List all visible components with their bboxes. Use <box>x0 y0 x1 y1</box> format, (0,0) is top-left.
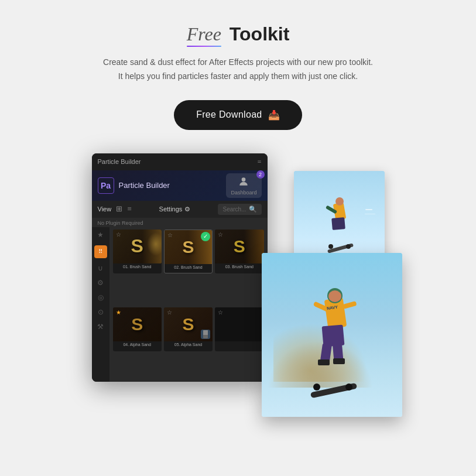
panel-logo-icon: Pa <box>98 177 114 194</box>
grid-item-2-check: ✓ <box>201 232 210 241</box>
grid-item-2[interactable]: S ☆ ✓ 02. Brush Sand <box>164 230 213 273</box>
grid-item-4[interactable]: S ★ 04. Alpha Sand <box>113 307 162 351</box>
panel-menu-icon: ≡ <box>258 157 262 166</box>
panel-toolbar: View ⊞ ≡ Settings ⚙ Search... 🔍 <box>92 201 268 218</box>
download-button[interactable]: Free Download 📥 <box>174 100 302 130</box>
toolbar-left: View ⊞ ≡ <box>98 204 132 214</box>
particle-builder-panel: Particle Builder ≡ Pa Particle Builder 2 <box>92 153 268 382</box>
panel-dashboard-btn[interactable]: 2 Dashboard <box>226 173 261 198</box>
panel-header: Pa Particle Builder 2 Dashboard <box>92 170 268 201</box>
grid-item-3-label: 03. Brush Sand <box>215 263 263 270</box>
grid-view-icon[interactable]: ⊞ <box>116 204 122 214</box>
title-section: Free Toolkit <box>187 23 290 45</box>
screenshot-skater-small <box>294 171 385 262</box>
no-plugin-label: No Plugin Required <box>92 218 268 227</box>
grid-item-5-label: 05. Alpha Sand <box>164 341 213 348</box>
grid-item-4-star[interactable]: ★ <box>116 309 121 316</box>
panel-sidebar-content: ★ ⠿ ∪ ⚙ ◎ ⊙ ⚒ S <box>92 227 268 382</box>
grid-item-1-label: 01. Brush Sand <box>113 263 162 270</box>
sidebar-circle-icon[interactable]: ⊙ <box>98 308 104 317</box>
search-text: Search... <box>222 206 246 213</box>
toolbar-settings[interactable]: Settings ⚙ <box>159 206 191 213</box>
title-bold: Toolkit <box>230 23 290 44</box>
view-label: View <box>98 206 112 213</box>
panel-title-text: Particle Builder <box>98 158 141 165</box>
panel-grid: S ☆ 01. Brush Sand S ☆ <box>109 227 268 382</box>
subtitle: Create sand & dust effect for After Effe… <box>103 56 373 84</box>
sidebar-eye-icon[interactable]: ◎ <box>98 293 104 302</box>
sidebar-star-icon[interactable]: ★ <box>97 231 104 239</box>
grid-item-5[interactable]: S ☆ 05. Alpha Sand <box>164 307 213 351</box>
grid-item-3-star[interactable]: ☆ <box>218 231 223 238</box>
sidebar-particles-icon[interactable]: ⠿ <box>94 245 107 258</box>
panel-logo-area: Pa Particle Builder <box>98 177 170 194</box>
panel-titlebar: Particle Builder ≡ <box>92 153 268 170</box>
grid-item-2-label: 02. Brush Sand <box>165 264 212 270</box>
grid-item-1[interactable]: S ☆ 01. Brush Sand <box>113 230 162 273</box>
download-icon: 📥 <box>268 109 280 121</box>
settings-label: Settings <box>159 206 183 213</box>
grid-item-3[interactable]: S ☆ 03. Brush Sand <box>215 230 263 273</box>
page-wrapper: Free Toolkit Create sand & dust effect f… <box>0 0 476 476</box>
grid-item-5-star[interactable]: ☆ <box>167 309 172 316</box>
sidebar-tool-icon[interactable]: ⚒ <box>97 323 104 331</box>
screenshots-area: Particle Builder ≡ Pa Particle Builder 2 <box>92 153 385 405</box>
dashboard-label: Dashboard <box>231 190 256 196</box>
svg-point-0 <box>242 177 246 182</box>
settings-icon: ⚙ <box>184 206 190 213</box>
sidebar-horseshoe-icon[interactable]: ∪ <box>98 264 103 273</box>
dashboard-badge: 2 <box>256 170 265 179</box>
grid-item-4-label: 04. Alpha Sand <box>113 341 162 348</box>
panel-logo-title: Particle Builder <box>119 181 170 190</box>
dashboard-icon <box>238 176 249 190</box>
grid-item-2-star[interactable]: ☆ <box>167 232 173 238</box>
download-button-label: Free Download <box>196 109 262 120</box>
grid-item-5-half <box>201 330 210 339</box>
screenshot-skater-large: NAVY <box>262 253 402 417</box>
panel-sidebar: ★ ⠿ ∪ ⚙ ◎ ⊙ ⚒ <box>92 227 109 382</box>
title-italic: Free <box>187 23 221 44</box>
grid-item-1-star[interactable]: ☆ <box>116 231 121 238</box>
list-view-icon[interactable]: ≡ <box>127 204 131 214</box>
search-icon: 🔍 <box>249 206 257 213</box>
grid-item-6-star[interactable]: ☆ <box>218 309 223 316</box>
search-box[interactable]: Search... 🔍 <box>218 204 261 215</box>
grid-item-6[interactable]: ☆ <box>215 307 263 351</box>
sidebar-settings-icon[interactable]: ⚙ <box>97 279 104 287</box>
